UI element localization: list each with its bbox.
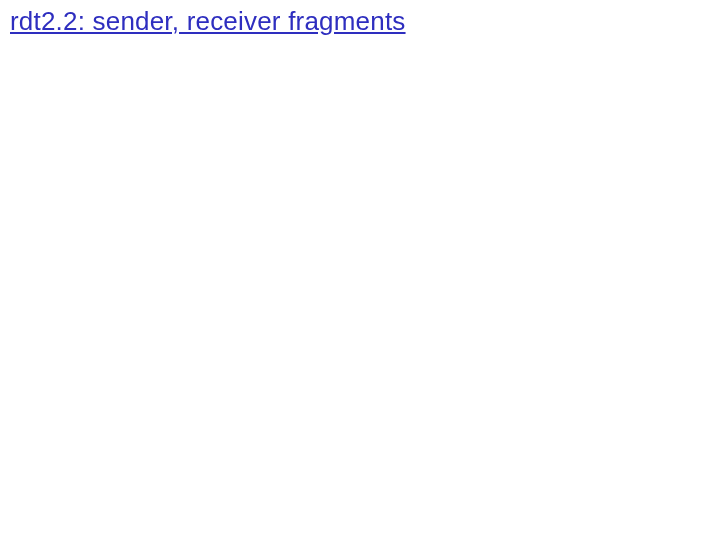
slide: rdt2.2: sender, receiver fragments bbox=[0, 0, 720, 540]
slide-title: rdt2.2: sender, receiver fragments bbox=[10, 6, 406, 37]
